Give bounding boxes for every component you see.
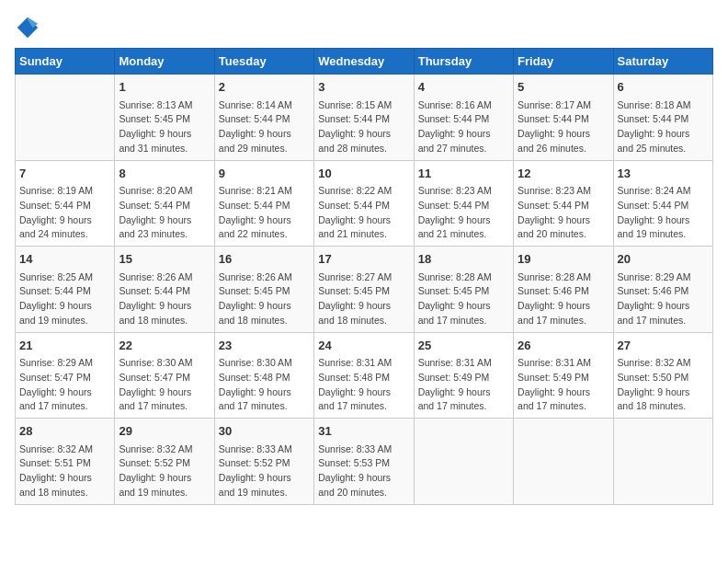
day-number: 8 [119, 165, 210, 183]
calendar-cell: 14Sunrise: 8:25 AM Sunset: 5:44 PM Dayli… [16, 247, 115, 333]
day-number: 13 [618, 165, 709, 183]
calendar-week-row: 7Sunrise: 8:19 AM Sunset: 5:44 PM Daylig… [16, 160, 713, 247]
day-number: 28 [19, 422, 110, 441]
calendar-cell [514, 419, 613, 505]
day-number: 17 [318, 250, 409, 269]
cell-content: Sunrise: 8:30 AM Sunset: 5:47 PM Dayligh… [119, 356, 210, 414]
day-number: 5 [518, 78, 609, 97]
calendar-cell: 18Sunrise: 8:28 AM Sunset: 5:45 PM Dayli… [414, 247, 513, 333]
day-number: 30 [219, 422, 310, 441]
calendar-cell: 6Sunrise: 8:18 AM Sunset: 5:44 PM Daylig… [613, 75, 712, 161]
header-cell-thursday: Thursday [414, 49, 513, 75]
calendar-cell: 27Sunrise: 8:32 AM Sunset: 5:50 PM Dayli… [613, 332, 712, 419]
calendar-cell: 2Sunrise: 8:14 AM Sunset: 5:44 PM Daylig… [214, 75, 313, 161]
calendar-cell [414, 419, 513, 505]
day-number: 27 [618, 337, 709, 355]
header-cell-tuesday: Tuesday [214, 49, 313, 75]
day-number: 22 [119, 337, 210, 355]
day-number: 16 [219, 250, 310, 269]
cell-content: Sunrise: 8:16 AM Sunset: 5:44 PM Dayligh… [418, 98, 509, 156]
calendar-cell: 31Sunrise: 8:33 AM Sunset: 5:53 PM Dayli… [314, 419, 414, 505]
cell-content: Sunrise: 8:26 AM Sunset: 5:45 PM Dayligh… [219, 270, 310, 328]
day-number: 7 [19, 165, 110, 183]
day-number: 1 [119, 78, 210, 97]
day-number: 21 [19, 337, 110, 355]
cell-content: Sunrise: 8:24 AM Sunset: 5:44 PM Dayligh… [618, 184, 709, 242]
cell-content: Sunrise: 8:26 AM Sunset: 5:44 PM Dayligh… [119, 270, 210, 328]
cell-content: Sunrise: 8:22 AM Sunset: 5:44 PM Dayligh… [318, 184, 409, 242]
calendar-cell: 17Sunrise: 8:27 AM Sunset: 5:45 PM Dayli… [314, 247, 414, 333]
calendar-cell: 5Sunrise: 8:17 AM Sunset: 5:44 PM Daylig… [514, 75, 613, 161]
header-cell-monday: Monday [115, 49, 214, 75]
calendar-cell: 23Sunrise: 8:30 AM Sunset: 5:48 PM Dayli… [214, 332, 313, 419]
calendar-table: SundayMondayTuesdayWednesdayThursdayFrid… [15, 48, 713, 505]
calendar-body: 1Sunrise: 8:13 AM Sunset: 5:45 PM Daylig… [16, 75, 713, 505]
cell-content: Sunrise: 8:19 AM Sunset: 5:44 PM Dayligh… [19, 184, 110, 242]
day-number: 24 [318, 337, 409, 355]
header-row: SundayMondayTuesdayWednesdayThursdayFrid… [16, 49, 713, 75]
day-number: 20 [618, 250, 709, 269]
cell-content: Sunrise: 8:31 AM Sunset: 5:49 PM Dayligh… [418, 356, 509, 414]
calendar-cell: 9Sunrise: 8:21 AM Sunset: 5:44 PM Daylig… [214, 160, 313, 247]
calendar-cell: 15Sunrise: 8:26 AM Sunset: 5:44 PM Dayli… [115, 247, 214, 333]
calendar-cell: 4Sunrise: 8:16 AM Sunset: 5:44 PM Daylig… [414, 75, 513, 161]
day-number: 4 [418, 78, 509, 97]
day-number: 25 [418, 337, 509, 355]
day-number: 10 [318, 165, 409, 183]
calendar-cell: 30Sunrise: 8:33 AM Sunset: 5:52 PM Dayli… [214, 419, 313, 505]
calendar-cell: 8Sunrise: 8:20 AM Sunset: 5:44 PM Daylig… [115, 160, 214, 247]
cell-content: Sunrise: 8:33 AM Sunset: 5:53 PM Dayligh… [318, 442, 409, 500]
cell-content: Sunrise: 8:13 AM Sunset: 5:45 PM Dayligh… [119, 98, 210, 156]
calendar-cell: 13Sunrise: 8:24 AM Sunset: 5:44 PM Dayli… [613, 160, 712, 247]
cell-content: Sunrise: 8:33 AM Sunset: 5:52 PM Dayligh… [219, 442, 310, 500]
day-number: 31 [318, 422, 409, 441]
day-number: 26 [518, 337, 609, 355]
day-number: 14 [19, 250, 110, 269]
cell-content: Sunrise: 8:25 AM Sunset: 5:44 PM Dayligh… [19, 270, 110, 328]
header-cell-wednesday: Wednesday [314, 49, 414, 75]
day-number: 12 [518, 165, 609, 183]
cell-content: Sunrise: 8:32 AM Sunset: 5:50 PM Dayligh… [618, 356, 709, 414]
calendar-header: SundayMondayTuesdayWednesdayThursdayFrid… [16, 49, 713, 75]
cell-content: Sunrise: 8:28 AM Sunset: 5:46 PM Dayligh… [518, 270, 609, 328]
cell-content: Sunrise: 8:28 AM Sunset: 5:45 PM Dayligh… [418, 270, 509, 328]
svg-marker-0 [17, 17, 38, 38]
cell-content: Sunrise: 8:20 AM Sunset: 5:44 PM Dayligh… [119, 184, 210, 242]
cell-content: Sunrise: 8:27 AM Sunset: 5:45 PM Dayligh… [318, 270, 409, 328]
calendar-week-row: 14Sunrise: 8:25 AM Sunset: 5:44 PM Dayli… [16, 247, 713, 333]
calendar-cell: 19Sunrise: 8:28 AM Sunset: 5:46 PM Dayli… [514, 247, 613, 333]
calendar-cell [16, 75, 115, 161]
day-number: 11 [418, 165, 509, 183]
calendar-cell: 24Sunrise: 8:31 AM Sunset: 5:48 PM Dayli… [314, 332, 414, 419]
page-header [15, 15, 713, 40]
cell-content: Sunrise: 8:15 AM Sunset: 5:44 PM Dayligh… [318, 98, 409, 156]
calendar-cell: 22Sunrise: 8:30 AM Sunset: 5:47 PM Dayli… [115, 332, 214, 419]
calendar-cell: 16Sunrise: 8:26 AM Sunset: 5:45 PM Dayli… [214, 247, 313, 333]
cell-content: Sunrise: 8:30 AM Sunset: 5:48 PM Dayligh… [219, 356, 310, 414]
calendar-cell: 20Sunrise: 8:29 AM Sunset: 5:46 PM Dayli… [613, 247, 712, 333]
calendar-week-row: 28Sunrise: 8:32 AM Sunset: 5:51 PM Dayli… [16, 419, 713, 505]
day-number: 6 [618, 78, 709, 97]
logo-icon [15, 15, 40, 40]
cell-content: Sunrise: 8:31 AM Sunset: 5:49 PM Dayligh… [518, 356, 609, 414]
day-number: 9 [219, 165, 310, 183]
header-cell-saturday: Saturday [613, 49, 712, 75]
calendar-cell: 1Sunrise: 8:13 AM Sunset: 5:45 PM Daylig… [115, 75, 214, 161]
calendar-week-row: 1Sunrise: 8:13 AM Sunset: 5:45 PM Daylig… [16, 75, 713, 161]
cell-content: Sunrise: 8:17 AM Sunset: 5:44 PM Dayligh… [518, 98, 609, 156]
cell-content: Sunrise: 8:29 AM Sunset: 5:47 PM Dayligh… [19, 356, 110, 414]
day-number: 15 [119, 250, 210, 269]
cell-content: Sunrise: 8:23 AM Sunset: 5:44 PM Dayligh… [518, 184, 609, 242]
cell-content: Sunrise: 8:23 AM Sunset: 5:44 PM Dayligh… [418, 184, 509, 242]
day-number: 23 [219, 337, 310, 355]
logo [15, 15, 44, 40]
cell-content: Sunrise: 8:32 AM Sunset: 5:51 PM Dayligh… [19, 442, 110, 500]
header-cell-sunday: Sunday [16, 49, 115, 75]
calendar-cell: 11Sunrise: 8:23 AM Sunset: 5:44 PM Dayli… [414, 160, 513, 247]
day-number: 29 [119, 422, 210, 441]
calendar-cell: 28Sunrise: 8:32 AM Sunset: 5:51 PM Dayli… [16, 419, 115, 505]
cell-content: Sunrise: 8:29 AM Sunset: 5:46 PM Dayligh… [618, 270, 709, 328]
cell-content: Sunrise: 8:18 AM Sunset: 5:44 PM Dayligh… [618, 98, 709, 156]
cell-content: Sunrise: 8:14 AM Sunset: 5:44 PM Dayligh… [219, 98, 310, 156]
calendar-cell: 12Sunrise: 8:23 AM Sunset: 5:44 PM Dayli… [514, 160, 613, 247]
